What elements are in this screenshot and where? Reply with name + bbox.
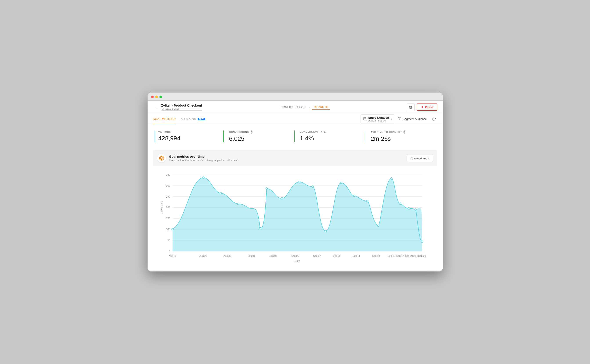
date-filter[interactable]: Entire Duration Aug 28 - Sep 16 ▾ [361,114,394,124]
svg-point-34 [298,181,300,183]
svg-point-38 [353,195,355,197]
svg-text:Sep 09: Sep 09 [333,254,341,257]
svg-point-7 [161,158,162,159]
chart-section: Goal metrics over time Keep track of the… [153,150,437,270]
svg-text:350: 350 [166,173,170,176]
svg-text:300: 300 [166,184,170,187]
svg-point-37 [340,182,342,184]
tab-goal-metrics[interactable]: GOAL METRICS [153,114,176,124]
date-filter-text-group: Entire Duration Aug 28 - Sep 16 [368,116,389,122]
tabs-right: Entire Duration Aug 28 - Sep 16 ▾ Segmen… [361,114,437,124]
app-header: ← Zylker - Product Checkout CUSTOM EVENT… [148,101,443,114]
svg-text:100: 100 [166,228,170,231]
date-filter-chevron-icon: ▾ [391,117,392,121]
svg-point-32 [266,188,268,189]
app-container: ← Zylker - Product Checkout CUSTOM EVENT… [148,101,443,270]
chart-title: Goal metrics over time [169,155,238,158]
back-button[interactable]: ← [153,104,159,110]
svg-line-9 [163,156,163,157]
metric-visitors-value: 428,994 [158,135,218,142]
chart-dropdown-chevron-icon: ▾ [428,156,430,160]
metric-conversions: CONVERSIONS ? 6,025 [223,130,294,142]
svg-text:Sep 17: Sep 17 [396,254,404,257]
svg-text:Aug 28: Aug 28 [199,254,207,257]
svg-text:200: 200 [166,206,170,209]
svg-text:150: 150 [166,217,170,220]
svg-text:50: 50 [167,239,170,242]
svg-text:Sep 03: Sep 03 [269,254,277,257]
svg-text:Sep 11: Sep 11 [352,254,360,257]
chart-header-left: Goal metrics over time Keep track of the… [157,154,238,162]
dot-red[interactable] [151,96,154,98]
svg-text:250: 250 [166,195,170,198]
svg-text:Sep 07: Sep 07 [313,254,321,257]
page-title: Zylker - Product Checkout [161,104,202,107]
nav-chevron-icon: › [309,106,310,109]
browser-window: ← Zylker - Product Checkout CUSTOM EVENT… [148,92,443,272]
metric-avg-time: AVG TIME TO CONVERT ? 2m 26s [365,130,436,142]
time-help-icon[interactable]: ? [403,130,406,134]
svg-point-40 [377,225,379,227]
chart-title-group: Goal metrics over time Keep track of the… [169,155,238,162]
svg-point-41 [390,178,392,179]
date-filter-label: Entire Duration [368,116,389,119]
conversions-help-icon[interactable]: ? [250,130,253,134]
browser-chrome [148,92,443,101]
svg-text:Sep 05: Sep 05 [291,254,299,257]
tab-ad-spend[interactable]: AD SPEND BETA [181,114,205,124]
date-filter-range: Aug 28 - Sep 16 [368,119,389,122]
browser-dots [151,96,439,98]
svg-point-45 [421,241,423,242]
segment-filter[interactable]: Segment Audience [398,117,427,121]
chart-metric-dropdown[interactable]: Conversions ▾ [407,155,433,162]
nav-reports[interactable]: REPORTS [312,104,330,110]
metric-time-label: AVG TIME TO CONVERT ? [371,130,430,134]
metric-visitors: VISITORS 428,994 [154,130,223,142]
filter-icon [398,117,401,121]
svg-point-42 [399,203,401,205]
metric-conversion-rate: CONVERSION RATE 1.4% [294,130,365,142]
nav-configuration[interactable]: CONFIGURATION [279,104,308,110]
metric-conversions-label: CONVERSIONS ? [229,130,289,134]
svg-point-33 [281,198,283,199]
svg-text:0: 0 [169,250,170,253]
chart-area: 350 300 250 200 150 100 50 0 Conversions [153,166,437,270]
svg-rect-0 [363,117,366,120]
refresh-icon [432,117,436,121]
svg-marker-4 [398,117,401,120]
svg-text:Aug 30: Aug 30 [223,254,231,257]
pause-button[interactable]: ⏸ Pause [417,104,437,111]
metric-conversions-value: 6,025 [229,135,289,142]
header-nav: CONFIGURATION › REPORTS [279,104,330,110]
svg-point-36 [325,230,327,232]
svg-text:Sep 13: Sep 13 [372,254,380,257]
metric-rate-label: CONVERSION RATE [300,130,360,133]
dot-green[interactable] [159,96,162,98]
svg-point-39 [366,200,368,202]
trash-icon [409,105,412,109]
segment-filter-label: Segment Audience [403,117,427,121]
beta-badge: BETA [198,118,205,120]
svg-text:Aug 26: Aug 26 [169,254,176,257]
refresh-button[interactable] [430,116,437,123]
chart-svg: 350 300 250 200 150 100 50 0 Conversions [159,170,431,262]
svg-point-31 [259,228,261,229]
calendar-icon [363,117,367,121]
chart-header: Goal metrics over time Keep track of the… [153,150,437,166]
svg-point-43 [408,208,410,209]
custom-event-badge: CUSTOM EVENT [161,108,202,111]
svg-text:Date: Date [295,260,300,262]
svg-point-28 [202,177,204,178]
svg-text:Sep 15: Sep 15 [388,254,395,257]
dot-yellow[interactable] [155,96,158,98]
svg-text:Sep 01: Sep 01 [248,254,255,257]
svg-text:Conversions: Conversions [160,201,163,214]
pause-label: Pause [425,105,433,109]
header-actions: ⏸ Pause [407,103,437,111]
svg-point-35 [312,186,313,188]
svg-point-27 [172,228,173,230]
metric-visitors-label: VISITORS [158,130,218,133]
svg-point-30 [237,203,239,205]
delete-button[interactable] [407,103,415,111]
metric-rate-value: 1.4% [300,135,360,142]
